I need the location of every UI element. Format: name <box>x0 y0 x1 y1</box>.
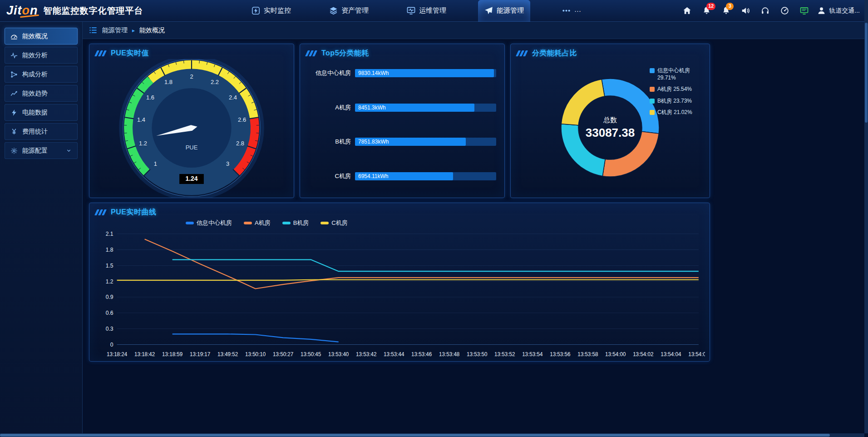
breadcrumb-parent[interactable]: 能源管理 <box>102 26 128 35</box>
bar-track: 6954.11kWh <box>355 172 496 180</box>
more-icon <box>562 6 571 15</box>
legend-swatch <box>650 99 655 104</box>
nav-item-ops[interactable]: 运维管理 <box>400 0 453 22</box>
svg-text:13:53:44: 13:53:44 <box>384 351 404 358</box>
line-legend-item[interactable]: C机房 <box>321 219 347 227</box>
header-tool-speaker[interactable] <box>739 5 752 17</box>
svg-text:13:53:42: 13:53:42 <box>356 351 377 358</box>
svg-text:1.5: 1.5 <box>106 262 113 268</box>
bar-value-label: 7851.83kWh <box>355 139 389 145</box>
power-data-icon <box>10 109 18 116</box>
svg-text:13:54:06: 13:54:06 <box>688 351 705 358</box>
header-tool-alarm-check[interactable]: 3 <box>720 5 732 17</box>
svg-text:2.2: 2.2 <box>211 79 219 85</box>
legend-swatch <box>186 222 194 224</box>
donut-legend-item[interactable]: C机房 21.02% <box>650 109 706 116</box>
panel-pue-curve: PUE实时曲线 信息中心机房A机房B机房C机房 00.30.60.91.21.5… <box>89 203 710 362</box>
line-series[interactable] <box>117 280 699 280</box>
svg-text:13:53:56: 13:53:56 <box>550 351 571 358</box>
line-series[interactable] <box>173 334 339 342</box>
line-legend-item[interactable]: B机房 <box>282 219 309 227</box>
legend-label: B机房 <box>293 219 309 227</box>
donut-legend-item[interactable]: B机房 23.73% <box>650 98 706 105</box>
header-tool-user[interactable]: 轨道交通... <box>817 5 860 17</box>
bar-track: 7851.83kWh <box>355 138 496 146</box>
notification-badge: 12 <box>706 3 715 10</box>
top-nav: 实时监控资产管理运维管理能源管理··· <box>245 0 587 22</box>
donut-slice[interactable] <box>561 79 605 125</box>
legend-label: C机房 21.02% <box>657 109 692 116</box>
svg-text:2: 2 <box>190 73 193 80</box>
sidebar-item-overview[interactable]: 能效概况 <box>5 28 78 45</box>
sidebar-item-config[interactable]: 能源配置 <box>5 142 78 159</box>
vertical-scrollbar-thumb[interactable] <box>865 23 868 123</box>
panel-header: PUE实时值 <box>89 44 294 59</box>
header-tool-alarm-bell[interactable]: 12 <box>700 5 713 17</box>
legend-swatch <box>650 87 655 92</box>
sidebar-item-label: 能效分析 <box>22 51 48 60</box>
composition-icon <box>10 71 18 78</box>
bar[interactable]: 9830.14kWh <box>355 69 494 77</box>
brand: Jiton 智能监控数字化管理平台 <box>0 4 150 18</box>
panel-title: PUE实时曲线 <box>111 208 156 217</box>
bar-category-label: A机房 <box>304 104 351 112</box>
sidebar-item-label: 能效趋势 <box>22 89 48 98</box>
panel-header: Top5分类能耗 <box>300 44 504 59</box>
header-tool-screen[interactable] <box>798 5 810 17</box>
nav-item-realtime-monitor[interactable]: 实时监控 <box>245 0 297 22</box>
menu-icon[interactable] <box>89 26 98 35</box>
donut-legend: 信息中心机房 29.71%A机房 25.54%B机房 23.73%C机房 21.… <box>650 67 706 116</box>
donut-legend-item[interactable]: A机房 25.54% <box>650 86 706 93</box>
svg-text:0.6: 0.6 <box>106 310 113 316</box>
svg-text:13:18:59: 13:18:59 <box>162 351 183 358</box>
breadcrumb-separator-icon: ▸ <box>132 27 135 34</box>
sidebar-item-cost[interactable]: 费用统计 <box>5 123 78 140</box>
legend-swatch <box>282 222 291 224</box>
menu-icon <box>89 26 98 35</box>
donut-legend-item[interactable]: 信息中心机房 29.71% <box>650 67 706 81</box>
top-row: PUE实时值 11.21.41.61.822.22.42.62.83PUE1.2… <box>89 44 710 198</box>
nav-item-energy[interactable]: 能源管理 <box>478 0 530 22</box>
panel-category-share: 分类能耗占比 总数33087.38 信息中心机房 29.71%A机房 25.54… <box>510 44 710 198</box>
horizontal-scrollbar[interactable] <box>0 433 864 437</box>
panel-title-icon <box>517 50 528 56</box>
nav-label: 资产管理 <box>341 6 369 15</box>
legend-label: A机房 <box>255 219 271 227</box>
header-tool-headset[interactable] <box>759 5 771 17</box>
nav-item-assets[interactable]: 资产管理 <box>323 0 375 22</box>
bar-row: C机房6954.11kWh <box>304 172 496 180</box>
header-tool-home[interactable] <box>681 5 693 17</box>
notification-badge: 3 <box>726 3 734 10</box>
header-tool-dial[interactable] <box>778 5 791 17</box>
svg-text:13:19:17: 13:19:17 <box>190 351 211 358</box>
bar[interactable]: 7851.83kWh <box>355 138 466 146</box>
vertical-scrollbar[interactable] <box>864 0 868 433</box>
gauge-svg: 11.21.41.61.822.22.42.62.83PUE1.24 <box>89 59 294 198</box>
nav-item-more[interactable]: ··· <box>556 0 587 22</box>
bar[interactable]: 6954.11kWh <box>355 172 453 180</box>
panel-title-icon <box>306 50 317 56</box>
app-logo[interactable]: Jiton <box>6 4 38 18</box>
sidebar-item-label: 电能数据 <box>22 109 48 117</box>
trend-icon <box>10 90 18 97</box>
legend-swatch <box>244 222 252 224</box>
sidebar-item-label: 费用统计 <box>22 128 48 136</box>
dial-icon <box>780 6 789 15</box>
svg-text:13:53:48: 13:53:48 <box>439 351 460 358</box>
sidebar-item-label: 构成分析 <box>22 70 48 79</box>
sidebar-item-composition[interactable]: 构成分析 <box>5 66 78 83</box>
sidebar-item-analysis[interactable]: 能效分析 <box>5 47 78 64</box>
gauge-unit-label: PUE <box>186 144 198 151</box>
line-legend-item[interactable]: 信息中心机房 <box>186 219 232 227</box>
horizontal-scrollbar-thumb[interactable] <box>0 434 830 437</box>
bar[interactable]: 8451.3kWh <box>355 104 474 112</box>
svg-text:13:50:27: 13:50:27 <box>273 351 294 358</box>
svg-text:2.8: 2.8 <box>236 140 244 147</box>
svg-text:1.6: 1.6 <box>146 94 154 101</box>
svg-text:13:53:46: 13:53:46 <box>411 351 432 358</box>
legend-label: 信息中心机房 <box>197 219 232 227</box>
sidebar-item-power-data[interactable]: 电能数据 <box>5 104 78 121</box>
svg-text:13:53:54: 13:53:54 <box>522 351 543 358</box>
line-legend-item[interactable]: A机房 <box>244 219 271 227</box>
sidebar-item-trend[interactable]: 能效趋势 <box>5 85 78 102</box>
